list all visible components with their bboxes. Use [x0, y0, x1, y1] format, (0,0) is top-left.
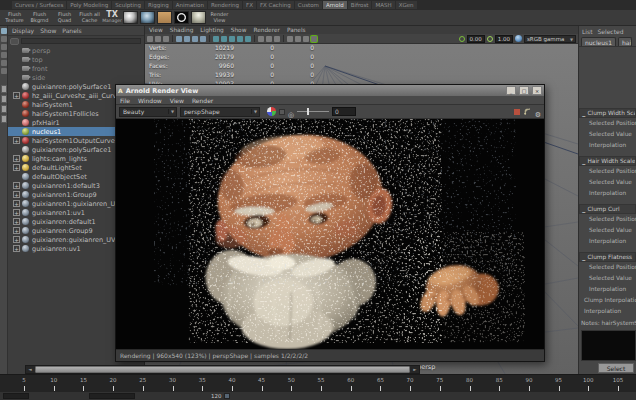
close-button[interactable]: × — [532, 86, 542, 95]
shelf-tab-curves-surfaces[interactable]: Curves / Surfaces — [12, 1, 66, 9]
aov-dropdown[interactable]: Beauty — [119, 107, 177, 117]
expand-icon[interactable] — [13, 245, 20, 252]
move-tool-icon[interactable] — [1, 52, 7, 58]
shelf-tab-bifrost[interactable]: Bifrost — [348, 1, 372, 9]
area-light-icon[interactable] — [191, 11, 206, 24]
outliner-menu-display[interactable]: Display — [12, 27, 34, 34]
timeline-scrollbar[interactable]: ◄ ► — [25, 365, 420, 374]
time-slider[interactable]: 5101520253035404550556065707580859095100… — [0, 374, 636, 392]
expand-icon[interactable] — [13, 236, 20, 243]
viewport-icon-3[interactable] — [163, 36, 169, 42]
outliner-item-front[interactable]: front — [8, 64, 144, 73]
rgba-channels-icon[interactable] — [267, 107, 276, 116]
notes-textarea[interactable] — [581, 330, 636, 361]
shelf-tab-poly-modeling[interactable]: Poly Modeling — [67, 1, 111, 9]
camera-attributes-icon[interactable] — [192, 36, 198, 42]
view-transform-dropdown[interactable]: sRGB gamma — [524, 35, 576, 43]
flat-material-icon[interactable] — [157, 11, 172, 24]
range-start-field[interactable] — [3, 393, 29, 399]
outliner-menu-show[interactable]: Show — [40, 27, 56, 34]
ae-section-clump-curl[interactable]: Clump Curl — [579, 204, 636, 214]
viewport-menu-show[interactable]: Show — [231, 27, 247, 33]
arnold-renderview-icon[interactable] — [311, 36, 317, 42]
tab-hairsystemshape1[interactable]: hairSystemShape1 — [618, 37, 632, 46]
exposure-slider[interactable] — [297, 107, 329, 116]
shadows-icon[interactable] — [245, 36, 251, 42]
bookmark-icon[interactable] — [200, 36, 206, 42]
minimize-button[interactable]: _ — [506, 86, 516, 95]
expand-icon[interactable] — [13, 218, 20, 225]
viewport-icon-22[interactable] — [303, 36, 309, 42]
shelf-tab-arnold[interactable]: Arnold — [323, 1, 347, 9]
render-view-menu-file[interactable]: File — [120, 97, 130, 104]
stop-render-icon[interactable] — [514, 109, 520, 115]
snapshot-signal-icon[interactable] — [523, 107, 532, 116]
scrollbar-thumb[interactable] — [35, 366, 410, 373]
expand-icon[interactable] — [13, 209, 20, 216]
select-tool-icon[interactable] — [1, 28, 7, 34]
shelf-tab-rigging[interactable]: Rigging — [145, 1, 172, 9]
textured-icon[interactable] — [229, 36, 235, 42]
layout-outliner-button[interactable] — [1, 115, 7, 123]
exposure-value-field[interactable]: 0 — [332, 107, 356, 116]
ae-section-clump-flatness[interactable]: Clump Flatness — [579, 252, 636, 262]
expand-icon[interactable] — [13, 182, 20, 189]
restore-button[interactable]: □ — [519, 86, 529, 95]
camera-lock-icon[interactable] — [184, 36, 190, 42]
expand-icon[interactable] — [13, 92, 20, 99]
shader-ball-white-icon[interactable] — [123, 11, 138, 24]
exposure-slider-handle[interactable] — [307, 108, 309, 115]
skydome-light-icon[interactable] — [174, 11, 189, 24]
search-icon[interactable] — [10, 38, 19, 45]
range-bar[interactable] — [89, 393, 135, 399]
lasso-tool-icon[interactable] — [1, 36, 7, 42]
shelf-tab-mash[interactable]: MASH — [372, 1, 394, 9]
shader-ball-blue-icon[interactable] — [140, 11, 155, 24]
render-image[interactable] — [116, 119, 544, 349]
viewport-menu-view[interactable]: View — [149, 27, 163, 33]
outliner-item-side[interactable]: side — [8, 73, 144, 82]
camera-select-icon[interactable] — [176, 36, 182, 42]
viewport-menu-renderer[interactable]: Renderer — [253, 27, 279, 33]
expand-icon[interactable] — [13, 164, 20, 171]
layout-split-button[interactable] — [1, 105, 7, 113]
layout-four-pane-button[interactable] — [1, 95, 7, 103]
wireframe-icon[interactable] — [213, 36, 219, 42]
exposure-icon[interactable] — [459, 36, 465, 42]
expand-icon[interactable] — [13, 155, 20, 162]
tab-nucleus1[interactable]: nucleus1 — [581, 37, 616, 46]
shelf-button-flush-bkgrnd[interactable]: Flush Bkgrnd — [28, 12, 51, 23]
layout-single-pane-button[interactable] — [1, 85, 7, 93]
ae-section-clump-width-scale[interactable]: Clump Width Scale — [579, 108, 636, 118]
shelf-tab-custom[interactable]: Custom — [295, 1, 322, 9]
shelf-button-flush-all-cache[interactable]: Flush all Cache — [78, 12, 101, 23]
shelf-tab-fx-caching[interactable]: FX Caching — [257, 1, 294, 9]
camera-dropdown[interactable]: perspShape — [180, 107, 260, 117]
alpha-channel-toggle[interactable] — [279, 109, 285, 115]
render-view-menu-window[interactable]: Window — [138, 97, 162, 104]
viewport-menu-lighting[interactable]: Lighting — [200, 27, 223, 33]
viewport-icon-21[interactable] — [295, 36, 301, 42]
viewport-exposure-field[interactable]: 0.00 — [467, 35, 485, 43]
scroll-right-icon[interactable]: ► — [411, 367, 419, 372]
shelf-tab-sculpting[interactable]: Sculpting — [112, 1, 144, 9]
viewport-gamma-field[interactable]: 1.00 — [495, 35, 513, 43]
render-view-titlebar[interactable]: Arnold Render View _□× — [116, 85, 544, 96]
rotate-tool-icon[interactable] — [1, 60, 7, 66]
attribute-editor-menu-selected[interactable]: Selected — [598, 28, 624, 35]
expand-icon[interactable] — [13, 227, 20, 234]
attribute-editor-menu-list[interactable]: List — [582, 28, 593, 35]
expand-icon[interactable] — [13, 137, 20, 144]
lights-icon[interactable] — [237, 36, 243, 42]
shelf-button-tx-manager[interactable]: TXManager — [103, 11, 121, 24]
shelf-tab-animation[interactable]: Animation — [173, 1, 207, 9]
shelf-button-flush-texture[interactable]: Flush Texture — [3, 12, 26, 23]
shelf-tab-fx[interactable]: FX — [243, 1, 256, 9]
paint-select-tool-icon[interactable] — [1, 44, 7, 50]
expand-icon[interactable] — [13, 191, 20, 198]
viewport-icon-16[interactable] — [258, 36, 264, 42]
ae-section-hair-width-scale[interactable]: Hair Width Scale — [579, 156, 636, 166]
select-button[interactable]: Select — [598, 363, 634, 373]
expand-icon[interactable] — [13, 200, 20, 207]
shelf-tab-xgen[interactable]: XGen — [396, 1, 417, 9]
